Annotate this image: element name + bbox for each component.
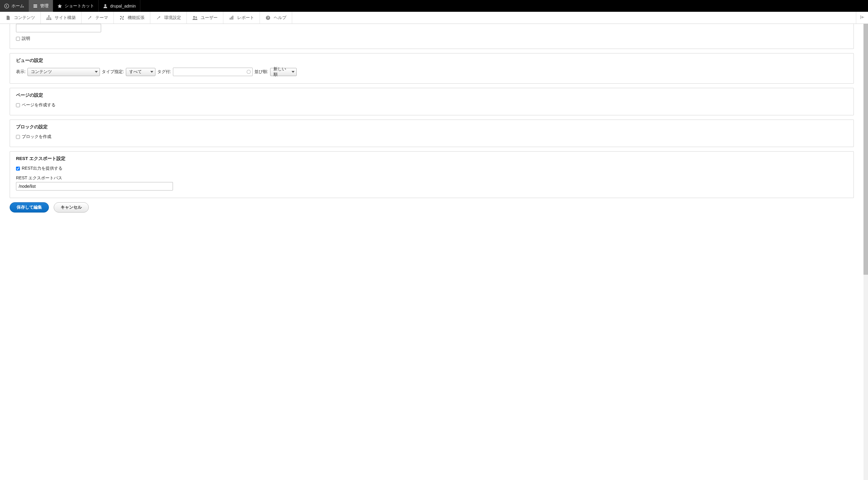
menu-config[interactable]: 環境設定 [150,12,187,24]
description-checkbox[interactable] [16,37,20,41]
toolbar-collapse-button[interactable] [856,12,868,24]
show-label: 表示: [16,69,26,74]
create-block-checkbox[interactable] [16,135,20,139]
rest-provide-checkbox[interactable] [16,167,20,171]
collapse-icon [860,15,865,21]
wrench-icon [87,15,92,21]
star-icon [57,4,62,8]
scrollbar-thumb[interactable] [864,24,868,275]
sort-dropdown-value: 新しい順 [273,66,288,77]
basic-info-panel: 説明 [10,24,854,49]
back-home-link[interactable]: ホーム [0,0,29,12]
svg-point-1 [104,4,106,6]
show-dropdown-value: コンテンツ [31,69,52,74]
dropdown-arrow-icon [291,71,294,73]
rest-path-label: REST エクスポートパス [16,175,847,181]
menu-help[interactable]: ? ヘルプ [260,12,292,24]
sitemap-icon [46,15,52,21]
menu-content-label: コンテンツ [14,15,35,21]
menu-structure[interactable]: サイト構築 [41,12,82,24]
type-dropdown-value: すべて [129,69,142,74]
svg-point-7 [195,16,197,18]
manage-menu[interactable]: 管理 [29,0,53,12]
menu-extend[interactable]: 機能拡張 [114,12,150,24]
menu-appearance-label: テーマ [95,15,108,21]
tag-input[interactable] [173,68,253,76]
svg-rect-5 [50,19,51,20]
sort-label: 並び順: [254,69,268,74]
create-page-checkbox[interactable] [16,103,20,107]
svg-rect-4 [48,19,50,20]
create-block-label[interactable]: ブロックを作成 [22,134,51,140]
menu-structure-label: サイト構築 [55,15,76,21]
rest-path-input[interactable] [16,182,173,190]
rest-settings-legend: REST エクスポート設定 [16,156,847,161]
home-label: ホーム [11,3,24,9]
menu-config-label: 環境設定 [164,15,181,21]
menu-reports[interactable]: レポート [223,12,260,24]
admin-toolbar-top: ホーム 管理 ショートカット drupal_admin [0,0,868,12]
autocomplete-spinner-icon [247,70,251,74]
view-name-input[interactable] [16,24,101,32]
show-dropdown[interactable]: コンテンツ [28,68,100,76]
menu-appearance[interactable]: テーマ [82,12,114,24]
dropdown-arrow-icon [95,71,98,73]
svg-rect-3 [46,19,48,20]
description-label[interactable]: 説明 [22,36,30,41]
admin-menu: コンテンツ サイト構築 テーマ 機能拡張 環境設定 ユーザー レポート [0,12,868,24]
shortcut-label: ショートカット [65,3,94,9]
svg-rect-2 [48,16,50,17]
tag-label: タグ付: [157,69,171,74]
block-settings-legend: ブロックの設定 [16,124,847,130]
svg-rect-8 [230,18,230,20]
menu-people[interactable]: ユーザー [187,12,223,24]
svg-point-0 [4,4,9,8]
block-settings-panel: ブロックの設定 ブロックを作成 [10,120,854,147]
chart-icon [229,15,234,21]
manage-label: 管理 [40,3,49,9]
rest-settings-panel: REST エクスポート設定 REST出力を提供する REST エクスポートパス [10,151,854,198]
hamburger-icon [33,4,38,8]
document-icon [5,15,11,21]
user-icon [103,4,108,8]
save-edit-button[interactable]: 保存して編集 [10,202,49,213]
sort-dropdown[interactable]: 新しい順 [270,68,297,76]
user-label: drupal_admin [110,4,136,8]
user-menu[interactable]: drupal_admin [99,0,140,12]
help-icon: ? [265,15,271,21]
puzzle-icon [119,15,125,21]
type-dropdown[interactable]: すべて [126,68,155,76]
dropdown-arrow-icon [150,71,153,73]
type-label: タイプ指定: [102,69,124,74]
content-region: 説明 ビューの設定 表示: コンテンツ タイプ指定: すべて タグ付: [0,24,864,480]
svg-text:?: ? [267,16,269,20]
page-settings-panel: ページの設定 ページを作成する [10,88,854,115]
wrench-icon [156,15,161,21]
menu-reports-label: レポート [237,15,254,21]
rest-provide-label[interactable]: REST出力を提供する [22,166,62,171]
menu-content[interactable]: コンテンツ [0,12,41,24]
people-icon [192,15,198,21]
menu-help-label: ヘルプ [274,15,286,21]
vertical-scrollbar[interactable] [864,24,868,480]
back-arrow-circle-icon [4,4,9,8]
action-buttons: 保存して編集 キャンセル [10,202,854,213]
view-settings-panel: ビューの設定 表示: コンテンツ タイプ指定: すべて タグ付: 並び順: [10,53,854,84]
page-settings-legend: ページの設定 [16,92,847,98]
svg-point-6 [193,16,195,18]
create-page-label[interactable]: ページを作成する [22,102,56,108]
menu-extend-label: 機能拡張 [128,15,145,21]
shortcut-menu[interactable]: ショートカット [53,0,99,12]
svg-rect-10 [232,16,233,20]
view-settings-legend: ビューの設定 [16,58,847,63]
svg-rect-9 [231,17,232,20]
menu-people-label: ユーザー [201,15,218,21]
cancel-button[interactable]: キャンセル [54,202,89,213]
